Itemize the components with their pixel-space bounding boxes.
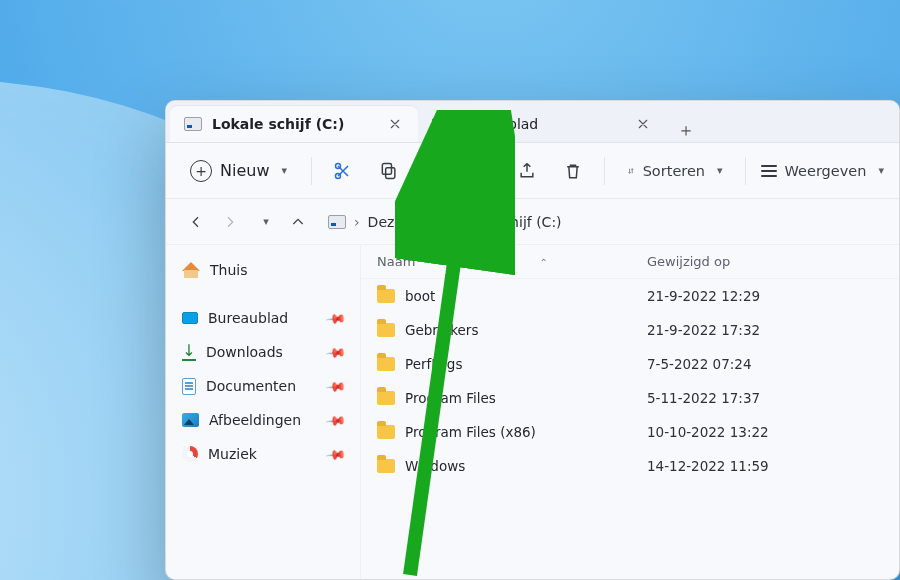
file-modified: 10-10-2022 13:22 (647, 424, 883, 440)
rename-button[interactable] (460, 151, 502, 191)
breadcrumb-root[interactable]: Deze pc (368, 214, 424, 230)
sidebar-item-home[interactable]: Thuis (172, 253, 354, 287)
separator (311, 157, 312, 185)
paste-button[interactable] (414, 151, 456, 191)
column-headers: Naam ⌃ Gewijzigd op (361, 245, 899, 279)
forward-button[interactable] (214, 206, 246, 238)
file-modified: 14-12-2022 11:59 (647, 458, 883, 474)
column-header-name[interactable]: Naam ⌃ (377, 254, 647, 269)
view-button[interactable]: Weergeven ▾ (755, 151, 889, 191)
pin-icon: 📌 (325, 443, 347, 465)
separator (604, 157, 605, 185)
command-bar: + Nieuw ▾ Sorteren ▾ (166, 143, 899, 199)
pin-icon: 📌 (325, 375, 347, 397)
home-icon (182, 262, 200, 278)
arrow-right-icon (222, 214, 238, 230)
file-modified: 21-9-2022 17:32 (647, 322, 883, 338)
folder-icon (377, 323, 395, 337)
breadcrumb[interactable]: › Deze pc › Lokale schijf (C:) (328, 214, 562, 230)
chevron-right-icon: › (432, 214, 438, 230)
pictures-icon (182, 413, 199, 427)
new-tab-button[interactable]: ＋ (666, 118, 706, 142)
arrow-up-icon (290, 214, 306, 230)
document-icon (182, 378, 196, 395)
close-icon[interactable] (384, 113, 406, 135)
column-header-modified[interactable]: Gewijzigd op (647, 254, 883, 269)
file-name: Windows (405, 458, 465, 474)
download-icon: ↓ (182, 343, 196, 361)
share-button[interactable] (506, 151, 548, 191)
back-button[interactable] (180, 206, 212, 238)
pin-icon: 📌 (325, 307, 347, 329)
sort-caret-icon: ⌃ (539, 257, 547, 268)
desktop-icon (182, 312, 198, 324)
drive-icon (328, 215, 346, 229)
table-row[interactable]: Windows14-12-2022 11:59 (361, 449, 899, 483)
sidebar-item-documents[interactable]: Documenten 📌 (172, 369, 354, 403)
view-label: Weergeven (785, 163, 867, 179)
copy-button[interactable] (368, 151, 410, 191)
new-button[interactable]: + Nieuw ▾ (176, 151, 301, 191)
sidebar-item-label: Downloads (206, 344, 283, 360)
copy-icon (379, 161, 399, 181)
pin-icon: 📌 (325, 409, 347, 431)
tab-strip: Lokale schijf (C:) Bureaublad ＋ (166, 101, 706, 142)
drive-icon (184, 117, 202, 131)
sidebar-item-downloads[interactable]: ↓ Downloads 📌 (172, 335, 354, 369)
sidebar-item-label: Muziek (208, 446, 257, 462)
svg-rect-3 (382, 163, 391, 174)
main-area: Thuis Bureaublad 📌 ↓ Downloads 📌 Documen… (166, 245, 899, 579)
desktop-icon (432, 118, 448, 130)
sidebar-item-label: Thuis (210, 262, 247, 278)
title-bar: Lokale schijf (C:) Bureaublad ＋ (166, 101, 899, 143)
breadcrumb-leaf[interactable]: Lokale schijf (C:) (446, 214, 562, 230)
file-name: Program Files (x86) (405, 424, 536, 440)
spacer (172, 287, 354, 301)
file-name: boot (405, 288, 435, 304)
chevron-down-icon: ▾ (717, 164, 723, 177)
chevron-down-icon: ▾ (878, 164, 884, 177)
close-icon[interactable] (632, 113, 654, 135)
chevron-down-icon: ▾ (281, 164, 287, 177)
sidebar-item-label: Documenten (206, 378, 296, 394)
table-row[interactable]: Program Files5-11-2022 17:37 (361, 381, 899, 415)
file-modified: 21-9-2022 12:29 (647, 288, 883, 304)
tab-desktop[interactable]: Bureaublad (418, 106, 666, 142)
sidebar-item-desktop[interactable]: Bureaublad 📌 (172, 301, 354, 335)
scissors-icon (333, 161, 353, 181)
delete-button[interactable] (552, 151, 594, 191)
new-button-label: Nieuw (220, 161, 269, 180)
tab-label: Bureaublad (458, 116, 622, 132)
sort-button[interactable]: Sorteren ▾ (615, 151, 735, 191)
file-name: Program Files (405, 390, 496, 406)
table-row[interactable]: Program Files (x86)10-10-2022 13:22 (361, 415, 899, 449)
sidebar-item-music[interactable]: Muziek 📌 (172, 437, 354, 471)
sort-icon (627, 161, 635, 181)
table-row[interactable]: Gebruikers21-9-2022 17:32 (361, 313, 899, 347)
address-bar-row: ▾ › Deze pc › Lokale schijf (C:) (166, 199, 899, 245)
folder-icon (377, 391, 395, 405)
tab-local-disk-c[interactable]: Lokale schijf (C:) (170, 106, 418, 142)
file-list-pane: Naam ⌃ Gewijzigd op boot21-9-2022 12:29G… (361, 245, 899, 579)
sidebar-item-label: Bureaublad (208, 310, 288, 326)
pin-icon: 📌 (325, 341, 347, 363)
file-explorer-window: Lokale schijf (C:) Bureaublad ＋ + Nieuw … (165, 100, 900, 580)
table-row[interactable]: PerfLogs7-5-2022 07:24 (361, 347, 899, 381)
folder-icon (377, 357, 395, 371)
separator (745, 157, 746, 185)
list-icon (761, 165, 777, 177)
clipboard-icon (425, 161, 445, 181)
table-row[interactable]: boot21-9-2022 12:29 (361, 279, 899, 313)
folder-icon (377, 459, 395, 473)
svg-rect-2 (386, 167, 395, 178)
cut-button[interactable] (322, 151, 364, 191)
sidebar-item-pictures[interactable]: Afbeeldingen 📌 (172, 403, 354, 437)
svg-rect-6 (474, 166, 487, 176)
file-modified: 5-11-2022 17:37 (647, 390, 883, 406)
rename-icon (471, 161, 491, 181)
tab-label: Lokale schijf (C:) (212, 116, 374, 132)
folder-icon (377, 425, 395, 439)
music-icon (182, 446, 198, 462)
up-button[interactable] (282, 206, 314, 238)
recent-locations-button[interactable]: ▾ (248, 206, 280, 238)
